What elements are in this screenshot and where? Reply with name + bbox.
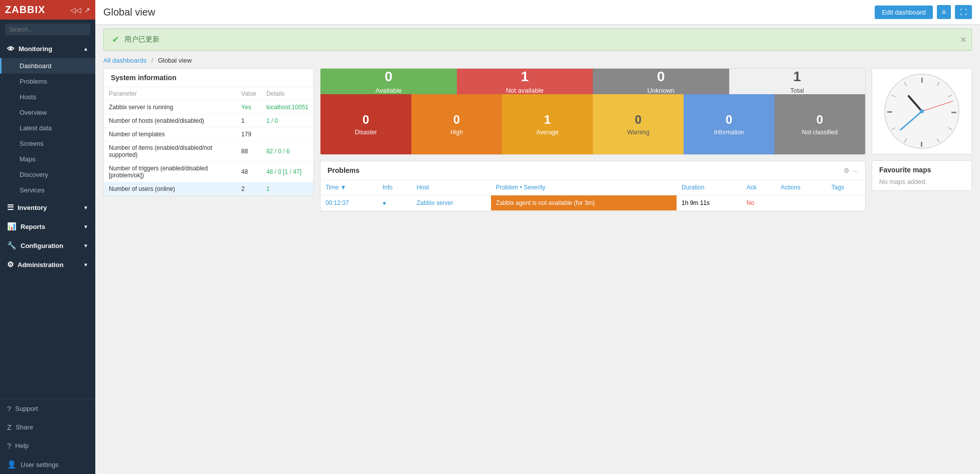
share-label: Share: [16, 423, 33, 431]
col-time[interactable]: Time ▼: [320, 180, 378, 195]
sidebar-item-dashboard[interactable]: Dashboard: [0, 58, 95, 74]
information-label: Information: [714, 129, 744, 136]
menu-button[interactable]: ≡: [937, 5, 951, 19]
average-label: Average: [536, 129, 558, 136]
value-cell: 48: [236, 162, 261, 182]
avail-box-total[interactable]: 1 Total: [729, 69, 866, 94]
param-cell: Number of users (online): [104, 182, 236, 196]
details-items: 82 / 0 / 6: [266, 148, 290, 155]
problem-time: 00:12:37: [320, 195, 378, 211]
reports-arrow: ▼: [83, 224, 88, 229]
value-yes: Yes: [241, 104, 251, 111]
support-icon: ?: [7, 404, 11, 413]
sidebar-item-overview[interactable]: Overview: [0, 105, 95, 120]
collapse-icon[interactable]: ◁◁: [70, 6, 81, 14]
notification-close-button[interactable]: ✕: [960, 35, 966, 45]
sev-box-information[interactable]: 0 Information: [684, 94, 774, 154]
avail-box-unknown[interactable]: 0 Unknown: [593, 69, 729, 94]
monitoring-group-header[interactable]: 👁 Monitoring ▲: [0, 40, 95, 58]
col-ack[interactable]: Ack: [741, 180, 775, 195]
logo-icons: ◁◁ ↗: [70, 6, 90, 14]
sev-box-not-classified[interactable]: 0 Not classified: [774, 94, 865, 154]
sev-box-disaster[interactable]: 0 Disaster: [320, 94, 411, 154]
info-dot: ●: [383, 199, 386, 206]
sidebar-item-latest-data[interactable]: Latest data: [0, 120, 95, 136]
search-input[interactable]: [5, 24, 90, 36]
fullscreen-button[interactable]: ⛶: [955, 5, 972, 19]
dashboard-grid: System information Parameter Value Detai…: [103, 68, 972, 466]
breadcrumb-all-dashboards[interactable]: All dashboards: [103, 57, 146, 64]
total-count: 1: [793, 69, 801, 85]
sidebar-support[interactable]: ? Support: [0, 399, 95, 418]
problems-header: Problems ⚙ ···: [320, 161, 865, 180]
value-cell: 1: [236, 114, 261, 128]
administration-group-header[interactable]: ⚙ Administration ▼: [0, 255, 95, 274]
administration-label: Administration: [18, 261, 64, 269]
sidebar: ZABBIX ◁◁ ↗ 👁 Monitoring ▲ Dashboard Pro…: [0, 0, 95, 474]
table-row: Number of triggers (enabled/disabled [pr…: [104, 162, 313, 182]
details-users: 1: [266, 185, 270, 192]
sev-box-warning[interactable]: 0 Warning: [593, 94, 684, 154]
host-link[interactable]: Zabbix server: [417, 199, 453, 206]
not-classified-label: Not classified: [802, 129, 838, 136]
sidebar-help[interactable]: ? Help: [0, 436, 95, 455]
problems-more-icon[interactable]: ···: [853, 167, 858, 174]
tick-4: [948, 127, 952, 130]
sidebar-item-hosts[interactable]: Hosts: [0, 89, 95, 105]
sidebar-share[interactable]: Z Share: [0, 418, 95, 436]
sidebar-item-problems[interactable]: Problems: [0, 74, 95, 89]
table-row: Number of items (enabled/disabled/not su…: [104, 141, 313, 162]
param-cell: Number of hosts (enabled/disabled): [104, 114, 236, 128]
sidebar-item-services[interactable]: Services: [0, 182, 95, 198]
monitoring-items: Dashboard Problems Hosts Overview Latest…: [0, 58, 95, 198]
tick-2: [948, 95, 952, 98]
col-problem-severity[interactable]: Problem • Severity: [491, 180, 677, 195]
table-row: Number of hosts (enabled/disabled) 1 1 /…: [104, 114, 313, 128]
table-row: Number of templates 179: [104, 128, 313, 141]
share-icon: Z: [7, 423, 12, 431]
help-icon: ?: [7, 441, 11, 450]
administration-icon: ⚙: [7, 260, 14, 269]
problem-cell: Zabbix agent is not available (for 3m): [491, 195, 677, 211]
left-column: System information Parameter Value Detai…: [103, 68, 314, 466]
param-cell: Number of triggers (enabled/disabled [pr…: [104, 162, 236, 182]
details-cell: [261, 128, 313, 141]
details-hosts: 1 / 0: [266, 117, 278, 124]
reports-group-header[interactable]: 📊 Reports ▼: [0, 217, 95, 236]
average-count: 1: [544, 113, 551, 127]
problem-info: ●: [378, 195, 412, 211]
tick-9: [887, 111, 892, 113]
value-cell: 179: [236, 128, 261, 141]
sev-box-high[interactable]: 0 High: [411, 94, 502, 154]
inventory-group-header[interactable]: ☰ Inventory ▼: [0, 198, 95, 217]
warning-count: 0: [635, 113, 641, 127]
external-link-icon[interactable]: ↗: [84, 6, 90, 14]
edit-dashboard-button[interactable]: Edit dashboard: [875, 6, 932, 19]
problems-title: Problems: [328, 166, 360, 174]
col-actions[interactable]: Actions: [776, 180, 827, 195]
problems-settings-icon[interactable]: ⚙: [844, 167, 850, 174]
col-host[interactable]: Host: [412, 180, 491, 195]
sidebar-item-discovery[interactable]: Discovery: [0, 167, 95, 182]
avail-box-not-available[interactable]: 1 Not available: [457, 69, 593, 94]
configuration-arrow: ▼: [83, 243, 88, 249]
disaster-label: Disaster: [355, 129, 377, 136]
col-duration[interactable]: Duration: [677, 180, 742, 195]
sidebar-user-settings[interactable]: 👤 User settings: [0, 455, 95, 474]
sidebar-item-screens[interactable]: Screens: [0, 136, 95, 151]
configuration-group-header[interactable]: 🔧 Configuration ▼: [0, 236, 95, 255]
details-cell: localhost:10051: [261, 101, 313, 114]
ack-value: No: [746, 199, 754, 206]
sev-box-average[interactable]: 1 Average: [502, 94, 593, 154]
breadcrumb-separator: /: [151, 57, 153, 64]
sidebar-item-maps[interactable]: Maps: [0, 151, 95, 167]
system-info-title: System information: [104, 69, 313, 87]
user-settings-label: User settings: [21, 461, 59, 468]
clock-face: [884, 74, 959, 149]
problem-ack: No: [741, 195, 775, 211]
sidebar-bottom: ? Support Z Share ? Help 👤 User settings: [0, 399, 95, 474]
high-label: High: [450, 129, 463, 136]
avail-box-available[interactable]: 0 Available: [320, 69, 457, 94]
inventory-label: Inventory: [18, 204, 47, 211]
col-tags[interactable]: Tags: [827, 180, 865, 195]
